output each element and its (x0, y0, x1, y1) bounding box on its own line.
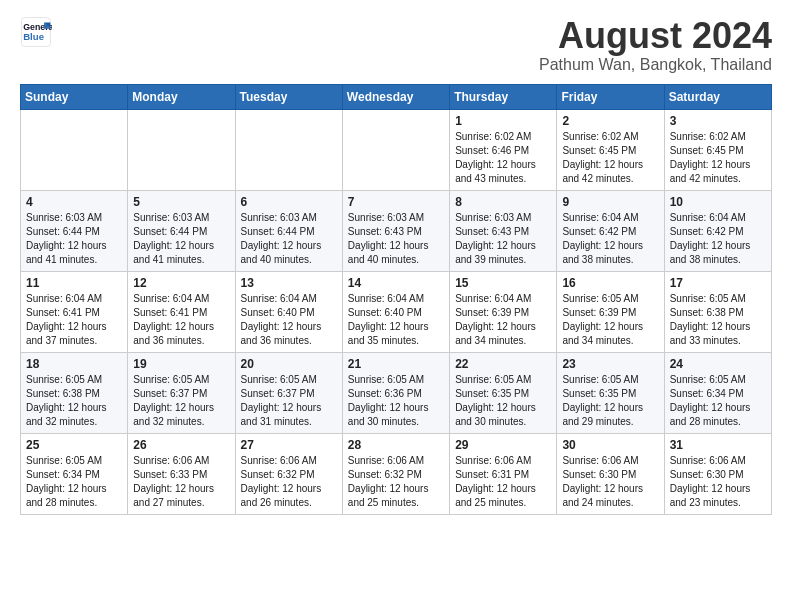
day-number: 9 (562, 195, 658, 209)
day-cell: 1Sunrise: 6:02 AM Sunset: 6:46 PM Daylig… (450, 109, 557, 190)
day-cell: 2Sunrise: 6:02 AM Sunset: 6:45 PM Daylig… (557, 109, 664, 190)
day-cell: 18Sunrise: 6:05 AM Sunset: 6:38 PM Dayli… (21, 352, 128, 433)
day-number: 21 (348, 357, 444, 371)
day-number: 15 (455, 276, 551, 290)
day-cell: 22Sunrise: 6:05 AM Sunset: 6:35 PM Dayli… (450, 352, 557, 433)
day-number: 12 (133, 276, 229, 290)
day-cell: 21Sunrise: 6:05 AM Sunset: 6:36 PM Dayli… (342, 352, 449, 433)
day-number: 3 (670, 114, 766, 128)
day-number: 10 (670, 195, 766, 209)
day-number: 26 (133, 438, 229, 452)
day-info: Sunrise: 6:03 AM Sunset: 6:43 PM Dayligh… (348, 211, 444, 267)
day-info: Sunrise: 6:05 AM Sunset: 6:35 PM Dayligh… (562, 373, 658, 429)
day-info: Sunrise: 6:05 AM Sunset: 6:35 PM Dayligh… (455, 373, 551, 429)
day-info: Sunrise: 6:05 AM Sunset: 6:37 PM Dayligh… (241, 373, 337, 429)
day-header-saturday: Saturday (664, 84, 771, 109)
day-number: 1 (455, 114, 551, 128)
day-cell: 9Sunrise: 6:04 AM Sunset: 6:42 PM Daylig… (557, 190, 664, 271)
day-info: Sunrise: 6:03 AM Sunset: 6:44 PM Dayligh… (133, 211, 229, 267)
day-number: 18 (26, 357, 122, 371)
day-number: 14 (348, 276, 444, 290)
day-cell: 4Sunrise: 6:03 AM Sunset: 6:44 PM Daylig… (21, 190, 128, 271)
day-info: Sunrise: 6:02 AM Sunset: 6:45 PM Dayligh… (562, 130, 658, 186)
day-cell: 8Sunrise: 6:03 AM Sunset: 6:43 PM Daylig… (450, 190, 557, 271)
day-info: Sunrise: 6:04 AM Sunset: 6:42 PM Dayligh… (670, 211, 766, 267)
day-cell: 27Sunrise: 6:06 AM Sunset: 6:32 PM Dayli… (235, 433, 342, 514)
day-cell: 10Sunrise: 6:04 AM Sunset: 6:42 PM Dayli… (664, 190, 771, 271)
day-info: Sunrise: 6:05 AM Sunset: 6:36 PM Dayligh… (348, 373, 444, 429)
day-number: 20 (241, 357, 337, 371)
day-number: 24 (670, 357, 766, 371)
day-info: Sunrise: 6:04 AM Sunset: 6:39 PM Dayligh… (455, 292, 551, 348)
day-info: Sunrise: 6:03 AM Sunset: 6:44 PM Dayligh… (241, 211, 337, 267)
day-info: Sunrise: 6:06 AM Sunset: 6:30 PM Dayligh… (670, 454, 766, 510)
day-info: Sunrise: 6:06 AM Sunset: 6:32 PM Dayligh… (348, 454, 444, 510)
day-info: Sunrise: 6:02 AM Sunset: 6:45 PM Dayligh… (670, 130, 766, 186)
day-number: 30 (562, 438, 658, 452)
day-cell: 24Sunrise: 6:05 AM Sunset: 6:34 PM Dayli… (664, 352, 771, 433)
day-cell: 11Sunrise: 6:04 AM Sunset: 6:41 PM Dayli… (21, 271, 128, 352)
day-info: Sunrise: 6:04 AM Sunset: 6:40 PM Dayligh… (348, 292, 444, 348)
day-cell: 13Sunrise: 6:04 AM Sunset: 6:40 PM Dayli… (235, 271, 342, 352)
day-cell: 15Sunrise: 6:04 AM Sunset: 6:39 PM Dayli… (450, 271, 557, 352)
day-header-friday: Friday (557, 84, 664, 109)
day-info: Sunrise: 6:02 AM Sunset: 6:46 PM Dayligh… (455, 130, 551, 186)
week-row-2: 4Sunrise: 6:03 AM Sunset: 6:44 PM Daylig… (21, 190, 772, 271)
day-number: 2 (562, 114, 658, 128)
day-cell: 7Sunrise: 6:03 AM Sunset: 6:43 PM Daylig… (342, 190, 449, 271)
day-cell: 16Sunrise: 6:05 AM Sunset: 6:39 PM Dayli… (557, 271, 664, 352)
day-number: 19 (133, 357, 229, 371)
day-number: 11 (26, 276, 122, 290)
day-cell: 3Sunrise: 6:02 AM Sunset: 6:45 PM Daylig… (664, 109, 771, 190)
day-cell: 17Sunrise: 6:05 AM Sunset: 6:38 PM Dayli… (664, 271, 771, 352)
day-cell: 31Sunrise: 6:06 AM Sunset: 6:30 PM Dayli… (664, 433, 771, 514)
week-row-1: 1Sunrise: 6:02 AM Sunset: 6:46 PM Daylig… (21, 109, 772, 190)
day-number: 31 (670, 438, 766, 452)
day-info: Sunrise: 6:05 AM Sunset: 6:38 PM Dayligh… (26, 373, 122, 429)
day-header-sunday: Sunday (21, 84, 128, 109)
day-number: 16 (562, 276, 658, 290)
title-block: August 2024 Pathum Wan, Bangkok, Thailan… (539, 16, 772, 74)
logo-icon: General Blue (20, 16, 52, 48)
week-row-5: 25Sunrise: 6:05 AM Sunset: 6:34 PM Dayli… (21, 433, 772, 514)
svg-text:Blue: Blue (23, 31, 44, 42)
day-header-tuesday: Tuesday (235, 84, 342, 109)
day-cell: 20Sunrise: 6:05 AM Sunset: 6:37 PM Dayli… (235, 352, 342, 433)
month-title: August 2024 (539, 16, 772, 56)
day-number: 22 (455, 357, 551, 371)
day-info: Sunrise: 6:05 AM Sunset: 6:39 PM Dayligh… (562, 292, 658, 348)
day-cell: 6Sunrise: 6:03 AM Sunset: 6:44 PM Daylig… (235, 190, 342, 271)
day-cell (21, 109, 128, 190)
day-number: 7 (348, 195, 444, 209)
header-row: SundayMondayTuesdayWednesdayThursdayFrid… (21, 84, 772, 109)
header: General Blue August 2024 Pathum Wan, Ban… (20, 16, 772, 74)
day-number: 4 (26, 195, 122, 209)
day-info: Sunrise: 6:04 AM Sunset: 6:40 PM Dayligh… (241, 292, 337, 348)
day-info: Sunrise: 6:06 AM Sunset: 6:32 PM Dayligh… (241, 454, 337, 510)
day-number: 23 (562, 357, 658, 371)
day-number: 29 (455, 438, 551, 452)
day-cell: 19Sunrise: 6:05 AM Sunset: 6:37 PM Dayli… (128, 352, 235, 433)
day-cell: 14Sunrise: 6:04 AM Sunset: 6:40 PM Dayli… (342, 271, 449, 352)
day-cell: 29Sunrise: 6:06 AM Sunset: 6:31 PM Dayli… (450, 433, 557, 514)
day-info: Sunrise: 6:04 AM Sunset: 6:42 PM Dayligh… (562, 211, 658, 267)
day-info: Sunrise: 6:05 AM Sunset: 6:38 PM Dayligh… (670, 292, 766, 348)
day-number: 25 (26, 438, 122, 452)
location-title: Pathum Wan, Bangkok, Thailand (539, 56, 772, 74)
week-row-3: 11Sunrise: 6:04 AM Sunset: 6:41 PM Dayli… (21, 271, 772, 352)
day-cell (128, 109, 235, 190)
day-cell: 25Sunrise: 6:05 AM Sunset: 6:34 PM Dayli… (21, 433, 128, 514)
day-number: 8 (455, 195, 551, 209)
day-info: Sunrise: 6:03 AM Sunset: 6:43 PM Dayligh… (455, 211, 551, 267)
day-info: Sunrise: 6:06 AM Sunset: 6:30 PM Dayligh… (562, 454, 658, 510)
day-info: Sunrise: 6:06 AM Sunset: 6:31 PM Dayligh… (455, 454, 551, 510)
week-row-4: 18Sunrise: 6:05 AM Sunset: 6:38 PM Dayli… (21, 352, 772, 433)
day-cell: 5Sunrise: 6:03 AM Sunset: 6:44 PM Daylig… (128, 190, 235, 271)
day-info: Sunrise: 6:04 AM Sunset: 6:41 PM Dayligh… (26, 292, 122, 348)
day-cell: 30Sunrise: 6:06 AM Sunset: 6:30 PM Dayli… (557, 433, 664, 514)
day-info: Sunrise: 6:06 AM Sunset: 6:33 PM Dayligh… (133, 454, 229, 510)
calendar-table: SundayMondayTuesdayWednesdayThursdayFrid… (20, 84, 772, 515)
day-number: 27 (241, 438, 337, 452)
day-info: Sunrise: 6:05 AM Sunset: 6:34 PM Dayligh… (670, 373, 766, 429)
day-info: Sunrise: 6:04 AM Sunset: 6:41 PM Dayligh… (133, 292, 229, 348)
